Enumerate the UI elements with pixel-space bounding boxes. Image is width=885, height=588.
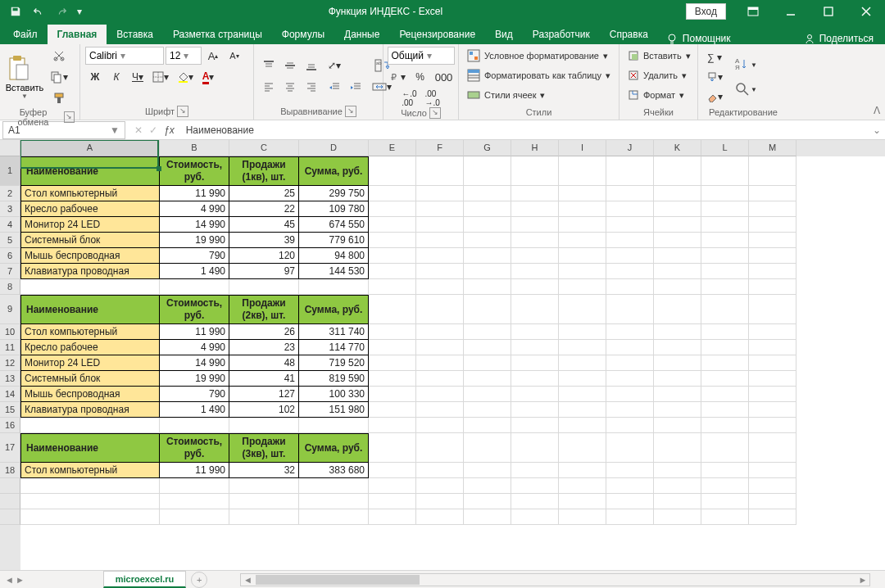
tab-formulas[interactable]: Формулы: [272, 25, 334, 44]
cell[interactable]: [559, 295, 606, 324]
cell[interactable]: [464, 186, 511, 201]
cell[interactable]: [749, 494, 796, 509]
cell[interactable]: [559, 186, 606, 201]
format-painter-button[interactable]: [47, 89, 71, 107]
clipboard-launcher[interactable]: ↘: [64, 111, 75, 123]
cell[interactable]: [749, 355, 796, 371]
cell[interactable]: [559, 371, 606, 387]
cell[interactable]: Мышь беспроводная: [20, 387, 160, 402]
font-color-button[interactable]: А▾: [198, 68, 218, 86]
cell[interactable]: Стол компьютерный: [20, 463, 160, 478]
cell[interactable]: [511, 402, 559, 418]
cut-button[interactable]: [47, 47, 71, 65]
cell[interactable]: [749, 295, 796, 324]
cell[interactable]: Стол компьютерный: [20, 186, 160, 201]
cell[interactable]: 32: [229, 463, 299, 478]
row-header[interactable]: 6: [0, 248, 20, 264]
cell[interactable]: 102: [229, 402, 299, 418]
row-header[interactable]: 17: [0, 433, 20, 463]
fill-color-button[interactable]: ▾: [174, 68, 197, 86]
cell[interactable]: [559, 217, 606, 233]
cell[interactable]: 25: [229, 186, 299, 201]
tab-help[interactable]: Справка: [600, 25, 658, 44]
cell[interactable]: [511, 355, 559, 371]
horizontal-scrollbar[interactable]: ◄►: [240, 573, 870, 586]
cell[interactable]: 819 590: [299, 371, 369, 387]
underline-button[interactable]: Ч ▾: [128, 68, 148, 86]
cell[interactable]: [369, 478, 416, 494]
cells-format-button[interactable]: Формат▾: [624, 86, 695, 104]
cell[interactable]: 100 330: [299, 387, 369, 402]
increase-decimal-button[interactable]: ←.0.00: [398, 89, 420, 107]
font-launcher[interactable]: ↘: [177, 106, 188, 117]
cell[interactable]: [511, 387, 559, 402]
fill-handle[interactable]: [157, 166, 161, 171]
fill-button[interactable]: ▾: [703, 68, 726, 86]
cell[interactable]: [464, 233, 511, 248]
col-header-H[interactable]: H: [511, 140, 559, 156]
autosum-button[interactable]: ∑ ▾: [703, 48, 726, 66]
cell[interactable]: [416, 186, 464, 201]
cell[interactable]: [511, 156, 559, 186]
cell[interactable]: Продажи (2кв), шт.: [229, 295, 299, 324]
cell[interactable]: [749, 201, 796, 217]
increase-indent-button[interactable]: [346, 78, 365, 96]
cell[interactable]: [416, 402, 464, 418]
undo-button[interactable]: [28, 2, 49, 21]
cell[interactable]: [654, 433, 701, 463]
decrease-indent-button[interactable]: [324, 78, 344, 96]
cell[interactable]: [654, 478, 701, 494]
cell[interactable]: [511, 418, 559, 433]
cell[interactable]: [369, 233, 416, 248]
cell[interactable]: [654, 494, 701, 509]
cell[interactable]: [749, 509, 796, 525]
cell[interactable]: Стоимость, руб.: [160, 433, 229, 463]
cell[interactable]: [559, 387, 606, 402]
cell[interactable]: Продажи (1кв), шт.: [229, 156, 299, 186]
row-header[interactable]: 10: [0, 324, 20, 340]
cell[interactable]: [511, 217, 559, 233]
cell[interactable]: [606, 201, 654, 217]
cell-styles-button[interactable]: Стили ячеек▾: [464, 86, 616, 104]
tab-review[interactable]: Рецензирование: [389, 25, 485, 44]
cell[interactable]: [229, 509, 299, 525]
cell[interactable]: 120: [229, 248, 299, 264]
cell[interactable]: [701, 324, 749, 340]
cell[interactable]: 719 520: [299, 355, 369, 371]
cell[interactable]: 26: [229, 324, 299, 340]
tell-me-button[interactable]: Помощник: [658, 33, 739, 44]
cell[interactable]: [654, 509, 701, 525]
cell[interactable]: [654, 186, 701, 201]
cell[interactable]: [559, 509, 606, 525]
cell[interactable]: [464, 324, 511, 340]
row-header[interactable]: 11: [0, 340, 20, 355]
cell[interactable]: [416, 494, 464, 509]
cell[interactable]: [464, 279, 511, 295]
paste-button[interactable]: Вставить ▼: [6, 55, 44, 100]
signin-button[interactable]: Вход: [686, 3, 726, 20]
cell[interactable]: [416, 433, 464, 463]
cell[interactable]: [464, 201, 511, 217]
cell[interactable]: 674 550: [299, 217, 369, 233]
cell[interactable]: [416, 201, 464, 217]
tab-file[interactable]: Файл: [3, 25, 48, 44]
align-left-button[interactable]: [259, 78, 279, 96]
cell[interactable]: [160, 494, 229, 509]
row-header[interactable]: 9: [0, 295, 20, 324]
cell[interactable]: [511, 478, 559, 494]
cell[interactable]: [464, 418, 511, 433]
cell[interactable]: [559, 201, 606, 217]
cell[interactable]: [416, 418, 464, 433]
cell[interactable]: [654, 324, 701, 340]
cell[interactable]: [416, 279, 464, 295]
cell[interactable]: Клавиатура проводная: [20, 264, 160, 279]
cell[interactable]: [511, 264, 559, 279]
cell[interactable]: 41: [229, 371, 299, 387]
cell[interactable]: [701, 433, 749, 463]
cell[interactable]: [749, 340, 796, 355]
cell[interactable]: [464, 248, 511, 264]
cell[interactable]: [701, 264, 749, 279]
cell[interactable]: [559, 494, 606, 509]
cell[interactable]: Мышь беспроводная: [20, 248, 160, 264]
col-header-C[interactable]: C: [229, 140, 299, 156]
